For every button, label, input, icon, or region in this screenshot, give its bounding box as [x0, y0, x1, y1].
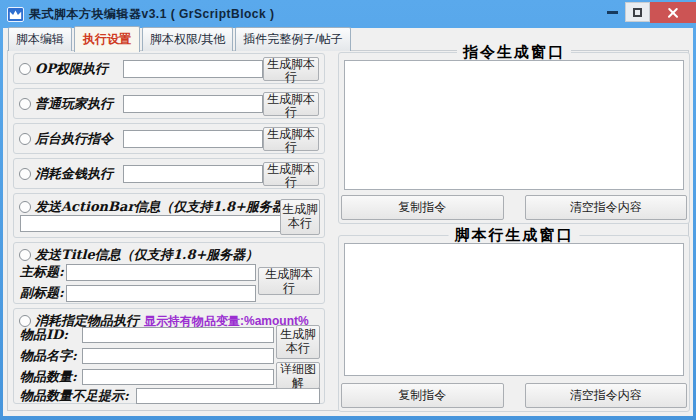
item-consume-generate-button[interactable]: 生成脚本行 [276, 325, 320, 359]
actionbar-input[interactable] [20, 215, 292, 232]
sub-title-label: 副标题: [20, 284, 66, 302]
tab-plugin-examples[interactable]: 插件完整例子/帖子 [235, 27, 350, 51]
radio-money-exec[interactable] [19, 168, 31, 180]
console-exec-label: 后台执行指令 [35, 130, 123, 148]
copy-script-button[interactable]: 复制指令 [341, 383, 504, 408]
console-exec-input[interactable] [123, 130, 263, 148]
radio-op-exec[interactable] [19, 63, 31, 75]
item-name-input[interactable] [82, 348, 274, 364]
window-title: 果式脚本方块编辑器v3.1 ( GrScriptBlock ) [29, 6, 275, 23]
command-output-area[interactable] [344, 60, 684, 190]
item-id-input[interactable] [82, 327, 274, 343]
group-op-exec: OP权限执行 生成脚本行 [13, 53, 325, 84]
radio-player-exec[interactable] [19, 98, 31, 110]
minimize-button[interactable] [599, 2, 625, 22]
copy-command-button[interactable]: 复制指令 [341, 195, 504, 220]
player-exec-input[interactable] [123, 95, 263, 113]
group-item-consume: 消耗指定物品执行 显示持有物品变量:%amount% 物品ID: 物品名字: 物… [13, 308, 325, 404]
main-title-label: 主标题: [20, 263, 66, 281]
op-exec-input[interactable] [123, 60, 263, 78]
player-exec-generate-button[interactable]: 生成脚本行 [263, 92, 319, 116]
command-generation-group: 指令生成窗口 复制指令 清空指令内容 [338, 52, 690, 224]
actionbar-generate-button[interactable]: 生成脚本行 [280, 199, 320, 235]
group-player-exec: 普通玩家执行 生成脚本行 [13, 88, 325, 119]
minimize-icon [607, 11, 618, 14]
title-message-label: 发送Title信息（仅支持1.8+服务器） [35, 246, 258, 264]
app-window: 果式脚本方块编辑器v3.1 ( GrScriptBlock ) 脚本编辑 执行设… [0, 0, 696, 420]
tab-exec-settings[interactable]: 执行设置 [74, 26, 140, 52]
app-icon [7, 7, 24, 22]
script-line-generation-group: 脚本行生成窗口 复制指令 清空指令内容 [338, 235, 690, 412]
op-exec-generate-button[interactable]: 生成脚本行 [263, 57, 319, 81]
item-count-label: 物品数量: [20, 368, 82, 386]
player-exec-label: 普通玩家执行 [35, 95, 123, 113]
radio-console-exec[interactable] [19, 133, 31, 145]
exec-settings-page: OP权限执行 生成脚本行 普通玩家执行 生成脚本行 后台执行指令 [7, 50, 689, 411]
console-exec-generate-button[interactable]: 生成脚本行 [263, 127, 319, 151]
clear-command-button[interactable]: 清空指令内容 [525, 195, 688, 220]
script-output-area[interactable] [344, 243, 684, 376]
crown-icon [9, 9, 22, 20]
group-actionbar: 发送ActionBar信息（仅支持1.8+服务器） 生成脚本行 [13, 193, 325, 238]
detail-diagram-button[interactable]: 详细图解 [276, 362, 320, 389]
tab-script-edit[interactable]: 脚本编辑 [8, 27, 72, 51]
close-button[interactable] [650, 2, 696, 23]
radio-title-message[interactable] [19, 249, 31, 261]
item-shortage-label: 物品数量不足提示: [20, 387, 136, 405]
title-message-generate-button[interactable]: 生成脚本行 [258, 267, 320, 295]
window-content: 脚本编辑 执行设置 脚本权限/其他 插件完整例子/帖子 OP权限执行 生成脚本行 [3, 28, 693, 416]
close-icon [668, 7, 679, 18]
tab-permissions-other[interactable]: 脚本权限/其他 [142, 27, 233, 51]
tab-strip: 脚本编辑 执行设置 脚本权限/其他 插件完整例子/帖子 [8, 31, 353, 51]
item-name-label: 物品名字: [20, 347, 82, 365]
sub-title-input[interactable] [66, 285, 256, 302]
actionbar-label: 发送ActionBar信息（仅支持1.8+服务器） [35, 198, 298, 216]
title-bar: 果式脚本方块编辑器v3.1 ( GrScriptBlock ) [0, 0, 696, 28]
op-exec-label: OP权限执行 [35, 60, 123, 78]
group-title-message: 发送Title信息（仅支持1.8+服务器） 主标题: 副标题: 生成脚本行 [13, 242, 325, 304]
money-exec-generate-button[interactable]: 生成脚本行 [263, 162, 319, 186]
group-money-exec: 消耗金钱执行 生成脚本行 [13, 158, 325, 189]
item-count-input[interactable] [82, 369, 274, 385]
main-title-input[interactable] [66, 264, 256, 281]
money-exec-label: 消耗金钱执行 [35, 165, 123, 183]
window-controls [599, 2, 696, 23]
clear-script-button[interactable]: 清空指令内容 [525, 383, 688, 408]
maximize-button[interactable] [625, 2, 650, 22]
item-id-label: 物品ID: [20, 326, 82, 344]
group-console-exec: 后台执行指令 生成脚本行 [13, 123, 325, 154]
radio-actionbar[interactable] [19, 201, 31, 213]
money-exec-input[interactable] [123, 165, 263, 183]
maximize-icon [633, 8, 642, 17]
